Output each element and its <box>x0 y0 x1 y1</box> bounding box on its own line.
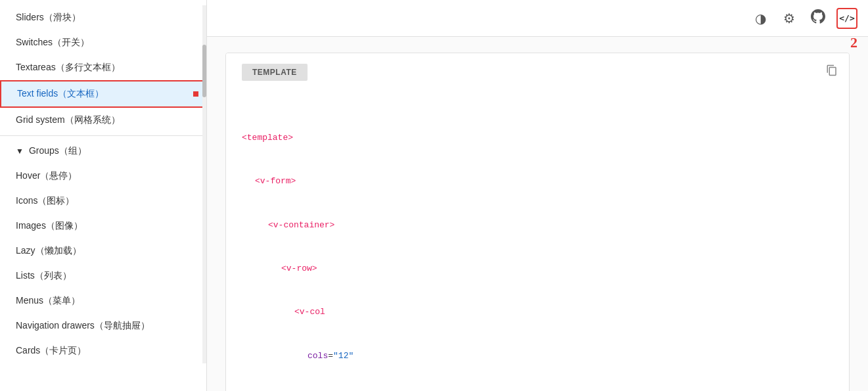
sidebar: Sliders（滑块） Switches（开关） Textareas（多行文本框… <box>0 0 207 391</box>
sidebar-item-label: Lazy（懒加载） <box>16 245 81 257</box>
github-icon <box>811 9 825 27</box>
contrast-icon-button[interactable]: ◑ <box>750 8 771 29</box>
scrollbar-track[interactable] <box>202 5 206 363</box>
code-content: <template> <v-form> <v-container> <v-row… <box>242 102 833 391</box>
sidebar-item-cards[interactable]: Cards（卡片页） <box>0 338 206 363</box>
sidebar-item-icons[interactable]: Icons（图标） <box>0 189 206 214</box>
sidebar-item-label: Text fields（文本框） <box>17 88 104 100</box>
scrollbar-thumb[interactable] <box>202 45 206 97</box>
sidebar-item-label: Icons（图标） <box>16 195 74 207</box>
divider <box>0 135 206 136</box>
sidebar-item-grid-system[interactable]: Grid system（网格系统） <box>0 108 206 133</box>
code-line-6: cols="12" <box>242 349 833 363</box>
sidebar-item-label: Textareas（多行文本框） <box>16 62 120 74</box>
sidebar-item-label: Switches（开关） <box>16 37 89 49</box>
sidebar-item-textareas[interactable]: Textareas（多行文本框） <box>0 55 206 80</box>
contrast-icon: ◑ <box>755 11 766 26</box>
sidebar-item-hover[interactable]: Hover（悬停） <box>0 164 206 189</box>
settings-icon-button[interactable]: ⚙ <box>779 8 800 29</box>
code-panel: TEMPLATE <template> <v-form> <v-containe… <box>207 37 868 391</box>
template-tab[interactable]: TEMPLATE <box>242 64 308 81</box>
code-line-2: <v-form> <box>242 174 833 189</box>
sidebar-item-label: Menus（菜单） <box>16 295 80 307</box>
sidebar-item-label: Images（图像） <box>16 220 83 232</box>
sidebar-item-groups[interactable]: ▼ Groups（组） <box>0 139 206 164</box>
code-area: TEMPLATE <template> <v-form> <v-containe… <box>225 53 850 391</box>
template-tab-container: TEMPLATE <box>242 64 833 91</box>
sidebar-item-images[interactable]: Images（图像） <box>0 214 206 239</box>
main-content: ◑ ⚙ </> 2 TEMPLATE <tem <box>207 0 868 391</box>
active-marker <box>193 91 198 97</box>
code-line-1: <template> <box>242 131 833 145</box>
sidebar-item-lists[interactable]: Lists（列表） <box>0 264 206 288</box>
sidebar-item-label: Cards（卡片页） <box>16 345 86 357</box>
sidebar-item-text-fields[interactable]: Text fields（文本框） <box>0 80 206 108</box>
sidebar-item-lazy[interactable]: Lazy（懒加载） <box>0 239 206 264</box>
sidebar-item-label: Grid system（网格系统） <box>16 114 120 126</box>
sidebar-item-label: Navigation drawers（导航抽屉） <box>16 320 150 332</box>
code-icon-button[interactable]: </> <box>836 8 857 29</box>
chevron-down-icon: ▼ <box>16 147 24 156</box>
sidebar-item-label: Sliders（滑块） <box>16 12 81 24</box>
copy-button[interactable] <box>823 61 841 80</box>
sidebar-item-label: Hover（悬停） <box>16 170 77 182</box>
toolbar: ◑ ⚙ </> 2 <box>207 0 868 37</box>
gear-icon: ⚙ <box>783 11 795 26</box>
code-line-4: <v-row> <box>242 262 833 276</box>
sidebar-item-switches[interactable]: Switches（开关） <box>0 30 206 55</box>
sidebar-item-menus[interactable]: Menus（菜单） <box>0 288 206 313</box>
code-line-5: <v-col <box>242 305 833 319</box>
code-icon: </> <box>839 13 854 23</box>
sidebar-item-label: Lists（列表） <box>16 270 72 282</box>
sidebar-item-label: Groups（组） <box>29 145 87 157</box>
sidebar-item-sliders[interactable]: Sliders（滑块） <box>0 5 206 30</box>
sidebar-item-navigation-drawers[interactable]: Navigation drawers（导航抽屉） <box>0 313 206 338</box>
code-line-3: <v-container> <box>242 218 833 233</box>
github-icon-button[interactable] <box>808 8 829 29</box>
